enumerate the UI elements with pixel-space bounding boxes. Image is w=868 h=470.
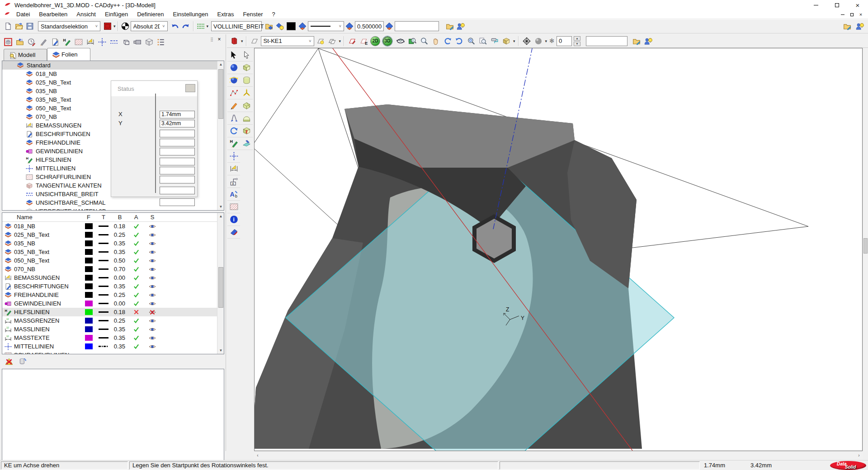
rotate-right-button[interactable] — [454, 36, 465, 47]
visible-eye-icon[interactable] — [143, 334, 161, 342]
open-file-button[interactable] — [14, 21, 24, 32]
panel-close-icon[interactable]: × — [216, 36, 223, 43]
rotate-tool[interactable] — [227, 125, 240, 137]
line-sample[interactable] — [99, 268, 108, 270]
render-mode-button[interactable] — [489, 36, 500, 47]
select-3d-tool[interactable] — [240, 49, 253, 61]
status-field-9[interactable] — [160, 198, 195, 206]
active-check-icon[interactable] — [129, 283, 143, 290]
menu-definieren[interactable]: Definieren — [132, 10, 168, 19]
menu-fenster[interactable]: Fenster — [238, 10, 267, 19]
line-sample[interactable] — [99, 303, 108, 304]
line-sample[interactable] — [99, 251, 108, 253]
table-row-025_nb_text[interactable]: 025_NB_Text0.25 — [2, 230, 224, 239]
shading-button[interactable] — [533, 36, 544, 47]
node-edit-tool[interactable] — [227, 87, 240, 99]
hidden-eye-icon[interactable] — [143, 309, 161, 316]
tab-modell[interactable]: Modell — [4, 49, 47, 61]
message-box[interactable]: ‹ › — [2, 369, 224, 470]
color-apply-button[interactable] — [297, 21, 308, 32]
visible-eye-icon[interactable] — [143, 274, 161, 282]
visible-eye-icon[interactable] — [143, 343, 161, 350]
restore-button[interactable] — [826, 0, 847, 10]
shading-dropdown[interactable]: ▾ — [545, 39, 547, 43]
color-swatch[interactable] — [85, 318, 93, 324]
visible-eye-icon[interactable] — [143, 266, 161, 273]
minimize-button[interactable] — [806, 0, 826, 10]
active-check-icon[interactable] — [129, 266, 143, 273]
zoom-page-button[interactable] — [477, 36, 488, 47]
color-swatch[interactable] — [85, 223, 93, 229]
color-swatch[interactable] — [85, 301, 93, 306]
visible-eye-icon[interactable] — [143, 249, 161, 256]
erase-tool[interactable] — [227, 226, 240, 239]
line-width-field[interactable]: 0.500000 — [355, 21, 384, 31]
visible-eye-icon[interactable] — [143, 283, 161, 290]
assist-button[interactable] — [854, 21, 865, 32]
plane-select-combo[interactable]: St-KE1˅ — [261, 36, 314, 46]
style-assist-button[interactable] — [455, 21, 466, 32]
line-type-load-button[interactable] — [264, 21, 274, 32]
helper-lines-button[interactable]: H — [61, 37, 72, 47]
close-button[interactable]: × — [847, 0, 868, 10]
line-sample[interactable] — [99, 277, 108, 278]
table-row-070_nb[interactable]: 070_NB0.70 — [2, 265, 224, 273]
active-check-icon[interactable] — [129, 249, 143, 255]
measure-tool[interactable] — [227, 112, 240, 125]
layer-list-button[interactable] — [156, 37, 166, 47]
line-style-apply-button[interactable] — [344, 21, 355, 32]
view-box-dropdown[interactable]: ▾ — [513, 39, 515, 43]
menu-einfgen[interactable]: Einfügen — [100, 10, 132, 19]
line-sample[interactable] — [99, 294, 108, 296]
angle-spinner-field[interactable]: 0 — [557, 36, 572, 46]
line-sample[interactable] — [99, 234, 108, 235]
color-swatch[interactable] — [85, 292, 93, 298]
table-row-035_nb_text[interactable]: 035_NB_Text0.35 — [2, 248, 224, 256]
child-restore-button[interactable] — [848, 11, 855, 18]
solid-button[interactable] — [144, 37, 155, 47]
table-row-masslinien[interactable]: 10MASSLINIEN0.35 — [2, 325, 224, 334]
table-row-bemassungen[interactable]: BEMASSUNGEN0.00 — [2, 273, 224, 282]
active-check-icon[interactable] — [129, 334, 143, 341]
visible-eye-icon[interactable] — [143, 317, 161, 324]
line-width-apply-button[interactable] — [384, 21, 395, 32]
child-close-button[interactable]: × — [857, 11, 864, 18]
hatch-tool[interactable] — [227, 201, 240, 213]
angle-spinner-buttons[interactable]: ▲▼ — [574, 36, 580, 46]
layer-history-button[interactable] — [26, 37, 37, 47]
chamfer-tool[interactable] — [240, 99, 253, 112]
origin-button[interactable] — [120, 21, 131, 32]
table-row-schraffurlinien[interactable]: SCHRAFFURLINIEN — [2, 351, 224, 354]
plane-button[interactable] — [249, 36, 260, 47]
wireframe-button[interactable] — [120, 37, 131, 47]
thread-3d-tool[interactable] — [240, 125, 253, 137]
redo-button[interactable] — [180, 21, 191, 32]
save-file-button[interactable] — [24, 21, 35, 32]
color-swatch-button[interactable] — [287, 22, 296, 30]
line-sample[interactable] — [99, 311, 108, 313]
color-swatch[interactable] — [85, 275, 93, 281]
pan-button[interactable] — [430, 36, 441, 47]
color-swatch[interactable] — [85, 309, 93, 315]
tree-item-018-nb[interactable]: 018_NB — [2, 70, 224, 78]
text-tool[interactable]: Ab — [227, 188, 240, 201]
status-field-2[interactable] — [160, 130, 195, 137]
line-sample[interactable] — [99, 286, 108, 287]
line-type-apply-button[interactable] — [274, 21, 285, 32]
color-swatch[interactable] — [85, 283, 93, 289]
status-field-1[interactable]: 3.42mm — [160, 120, 195, 127]
tree-item-standard[interactable]: Standard — [2, 61, 224, 70]
visible-eye-icon[interactable] — [143, 291, 161, 299]
cylinder-tool[interactable] — [240, 74, 253, 87]
menu-datei[interactable]: Datei — [12, 10, 34, 19]
style-folder-button[interactable] — [444, 21, 455, 32]
status-field-7[interactable] — [160, 176, 195, 183]
status-field-3[interactable] — [160, 139, 195, 146]
centerline-button[interactable] — [97, 37, 108, 47]
helper-line-tool[interactable]: H — [227, 137, 240, 150]
line-sample[interactable] — [99, 337, 108, 338]
shaded-view-tool[interactable] — [227, 61, 240, 74]
sketch-tool[interactable] — [227, 99, 240, 112]
plane-edit-button[interactable] — [347, 36, 358, 47]
line-sample[interactable] — [99, 329, 108, 330]
